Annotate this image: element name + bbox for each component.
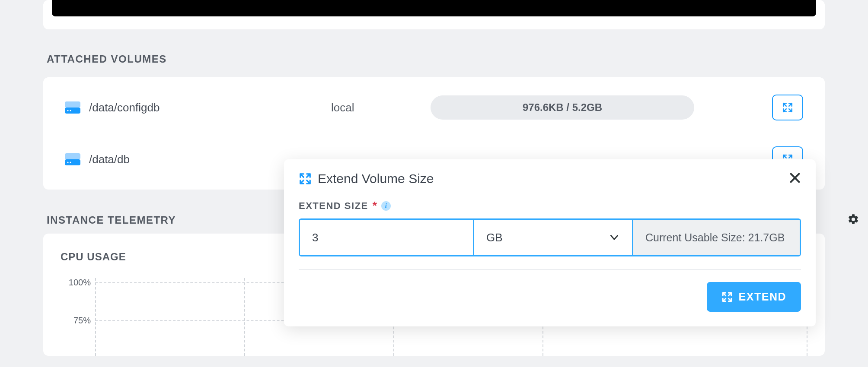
y-tick-label: 100% xyxy=(61,278,91,288)
svg-point-7 xyxy=(70,161,71,163)
extend-submit-button[interactable]: EXTEND xyxy=(707,282,801,312)
volume-icon xyxy=(65,101,80,114)
unit-select[interactable]: GB xyxy=(474,220,633,255)
volume-row: /data/configdb local 976.6KB / 5.2GB xyxy=(61,82,807,133)
gear-icon[interactable] xyxy=(847,213,859,227)
volume-path: /data/configdb xyxy=(89,101,331,114)
expand-icon xyxy=(721,291,733,303)
terminal-card xyxy=(43,0,825,29)
volume-type: local xyxy=(331,101,418,114)
extend-size-input-group: GB Current Usable Size: 21.7GB xyxy=(299,218,801,256)
required-indicator: * xyxy=(373,199,377,212)
expand-icon xyxy=(299,172,312,185)
extend-size-label: EXTEND SIZE xyxy=(299,200,368,212)
terminal-area xyxy=(52,0,816,16)
info-icon[interactable]: i xyxy=(381,201,391,211)
svg-point-2 xyxy=(67,110,68,111)
svg-point-6 xyxy=(67,161,68,163)
extend-volume-button[interactable] xyxy=(772,95,803,120)
chart-gridline xyxy=(95,278,96,356)
extend-volume-modal: Extend Volume Size EXTEND SIZE * i GB Cu… xyxy=(284,159,816,326)
svg-rect-4 xyxy=(65,153,80,159)
expand-icon xyxy=(782,102,793,113)
volume-icon xyxy=(65,153,80,165)
current-usable-size: Current Usable Size: 21.7GB xyxy=(633,220,800,255)
close-icon xyxy=(789,172,801,184)
chart-gridline xyxy=(244,278,245,356)
y-tick-label: 75% xyxy=(61,316,91,326)
chevron-down-icon xyxy=(609,232,620,243)
volume-usage: 976.6KB / 5.2GB xyxy=(431,95,694,120)
close-button[interactable] xyxy=(789,171,801,186)
modal-title: Extend Volume Size xyxy=(318,171,434,186)
divider xyxy=(299,269,801,270)
svg-point-3 xyxy=(70,110,71,111)
attached-volumes-heading: ATTACHED VOLUMES xyxy=(47,53,825,65)
instance-telemetry-heading: INSTANCE TELEMETRY xyxy=(47,214,176,226)
extend-size-input[interactable] xyxy=(300,220,474,255)
svg-rect-0 xyxy=(65,101,80,108)
extend-submit-label: EXTEND xyxy=(739,291,786,303)
svg-rect-1 xyxy=(65,108,80,114)
svg-rect-5 xyxy=(65,159,80,165)
unit-value: GB xyxy=(486,231,503,244)
